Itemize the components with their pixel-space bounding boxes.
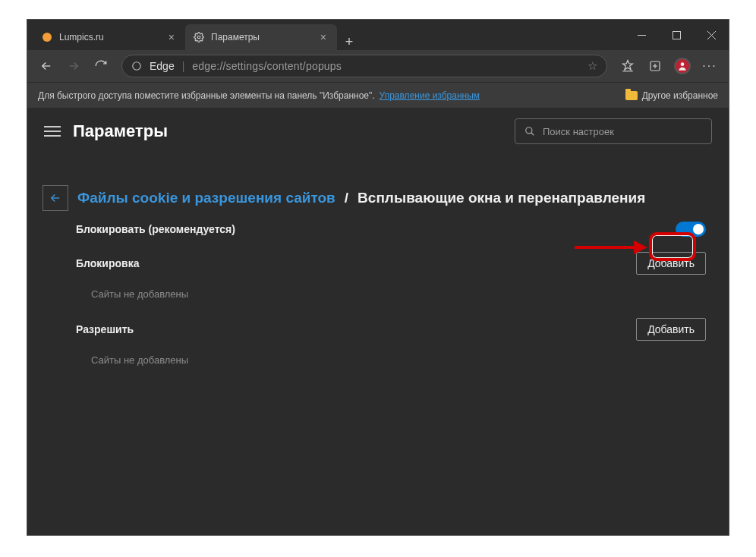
back-button[interactable]: [33, 53, 59, 79]
tab-strip: Lumpics.ru × Параметры × +: [27, 20, 624, 50]
edge-logo-icon: [131, 61, 142, 71]
address-sep: |: [182, 60, 185, 72]
tab-settings[interactable]: Параметры ×: [185, 24, 337, 50]
breadcrumb-sep: /: [345, 190, 348, 206]
svg-point-10: [681, 62, 685, 66]
block-toggle-label: Блокировать (рекомендуется): [76, 223, 235, 235]
breadcrumb-back-button[interactable]: [43, 185, 68, 211]
address-prefix: Edge: [150, 60, 175, 72]
menu-icon[interactable]: [44, 123, 61, 140]
block-toggle[interactable]: [676, 222, 706, 237]
favorites-icon[interactable]: [615, 53, 641, 79]
tab-label: Параметры: [211, 32, 311, 42]
gear-icon: [193, 31, 205, 43]
close-tab-icon[interactable]: ×: [165, 31, 178, 43]
favbar-hint: Для быстрого доступа поместите избранные…: [38, 90, 375, 101]
breadcrumb: Файлы cookie и разрешения сайтов / Всплы…: [43, 185, 713, 211]
close-tab-icon[interactable]: ×: [317, 31, 329, 43]
svg-point-0: [197, 36, 200, 39]
svg-point-5: [133, 62, 141, 71]
close-window-button[interactable]: [694, 20, 729, 50]
maximize-button[interactable]: [659, 20, 694, 50]
tab-label: Lumpics.ru: [59, 32, 159, 42]
title-bar: Lumpics.ru × Параметры × +: [27, 20, 729, 50]
more-menu-icon[interactable]: ···: [697, 53, 723, 79]
collections-icon[interactable]: [642, 53, 668, 79]
block-toggle-section: Блокировать (рекомендуется) Блокировка Д…: [76, 211, 706, 379]
manage-favorites-link[interactable]: Управление избранным: [380, 90, 480, 101]
svg-rect-2: [673, 31, 680, 39]
minimize-button[interactable]: [624, 20, 659, 50]
address-bar[interactable]: Edge | edge://settings/content/popups ☆: [121, 55, 607, 77]
settings-header: Параметры: [27, 108, 729, 155]
search-input[interactable]: [543, 126, 702, 137]
page-title: Параметры: [73, 121, 168, 141]
address-url: edge://settings/content/popups: [192, 60, 342, 72]
settings-body: Файлы cookie и разрешения сайтов / Всплы…: [27, 155, 729, 395]
tab-lumpics[interactable]: Lumpics.ru ×: [33, 24, 185, 50]
allow-section-title: Разрешить: [76, 323, 134, 335]
add-allow-button[interactable]: Добавить: [636, 318, 706, 341]
svg-point-11: [526, 127, 532, 134]
favicon-lumpics: [41, 31, 53, 43]
browser-toolbar: Edge | edge://settings/content/popups ☆ …: [27, 50, 729, 82]
new-tab-button[interactable]: +: [337, 34, 361, 50]
window-controls: [624, 20, 729, 50]
other-favorites[interactable]: Другое избранное: [625, 90, 718, 101]
breadcrumb-current: Всплывающие окна и перенаправления: [358, 190, 645, 206]
profile-avatar[interactable]: [669, 53, 695, 79]
refresh-button[interactable]: [88, 53, 114, 79]
breadcrumb-link[interactable]: Файлы cookie и разрешения сайтов: [77, 190, 335, 206]
other-favorites-label: Другое избранное: [642, 90, 718, 101]
favorites-bar: Для быстрого доступа поместите избранные…: [27, 82, 729, 108]
favorite-star-icon[interactable]: ☆: [587, 59, 597, 73]
toggle-knob: [693, 224, 704, 234]
search-settings-box[interactable]: [515, 118, 712, 144]
forward-button[interactable]: [61, 53, 87, 79]
page-content: Параметры Файлы cookie и разрешения сайт…: [27, 108, 729, 535]
allow-empty-text: Сайты не добавлены: [76, 351, 706, 379]
folder-icon: [625, 91, 638, 100]
add-block-button[interactable]: Добавить: [636, 252, 706, 275]
search-icon: [524, 126, 535, 137]
svg-line-12: [531, 133, 534, 136]
browser-window: Lumpics.ru × Параметры × +: [27, 19, 729, 536]
block-section-title: Блокировка: [76, 257, 139, 269]
block-empty-text: Сайты не добавлены: [76, 285, 706, 313]
